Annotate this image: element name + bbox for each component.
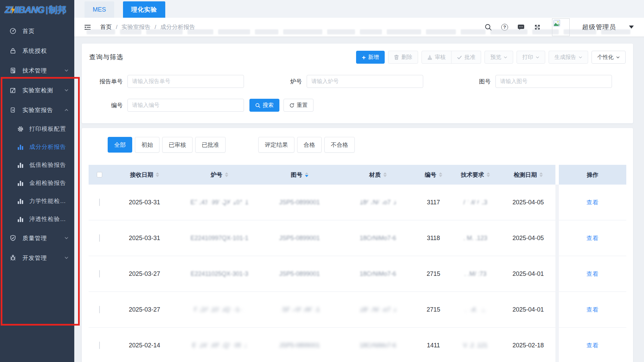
view-link[interactable]: 查看 — [586, 199, 599, 206]
row-checkbox[interactable] — [99, 234, 100, 242]
col-material[interactable]: 材质 — [339, 171, 417, 179]
tab-mes[interactable]: MES — [85, 1, 114, 18]
approve-button[interactable]: 批准 — [451, 51, 481, 64]
avatar[interactable] — [552, 18, 570, 36]
header-actions: ? 超级管理员 — [485, 18, 634, 36]
result-tab-fail[interactable]: 不合格 — [324, 137, 355, 153]
view-link[interactable]: 查看 — [586, 342, 599, 349]
report-no-input[interactable] — [127, 75, 244, 88]
sort-icon[interactable] — [225, 172, 228, 177]
table-row[interactable]: 2025-03-31 E22410995QX-101-1 JSP5-089900… — [89, 185, 626, 220]
search-icon[interactable] — [485, 23, 492, 31]
delete-button[interactable]: 删除 — [388, 51, 418, 64]
add-button[interactable]: + 新增 — [356, 51, 385, 64]
sidebar-item-composition-analysis-report[interactable]: 成分分析报告 — [0, 138, 74, 156]
bug-icon — [10, 254, 16, 261]
sort-icon[interactable] — [439, 172, 442, 177]
redacted-cell: JSP5-0899001 — [260, 306, 339, 313]
sidebar-item-system-auth[interactable]: 系统授权 — [0, 41, 74, 61]
sidebar-item-home[interactable]: 首页 — [0, 21, 74, 41]
sort-icon[interactable] — [487, 172, 490, 177]
app-window: ZHIBANG | 制邦 首页 系统授权 技术管理 — [0, 0, 644, 362]
personalize-dropdown-button[interactable]: 个性化 — [592, 51, 626, 64]
breadcrumb-current: 成分分析报告 — [160, 23, 195, 31]
print-dropdown-button[interactable]: 打印 — [517, 51, 545, 64]
sidebar-item-lab-testing[interactable]: 实验室检测 — [0, 80, 74, 100]
fullscreen-icon[interactable] — [534, 23, 541, 31]
status-tab-audited[interactable]: 已审核 — [162, 137, 193, 153]
number-input[interactable] — [127, 99, 244, 112]
redacted-cell: E22410051QX-05-2 — [179, 342, 260, 349]
drawing-no-label: 图号 — [457, 78, 495, 85]
chevron-down-icon — [579, 56, 582, 59]
redacted-cell: JSP5-0899001 — [260, 199, 339, 206]
preview-dropdown-button[interactable]: 预览 — [485, 51, 513, 64]
user-menu-caret-icon[interactable] — [629, 26, 634, 29]
col-test-date[interactable]: 检测日期 — [501, 171, 555, 179]
panel-title: 查询与筛选 — [89, 53, 123, 62]
sidebar-item-hardenability-report[interactable]: 淬透性检验… — [0, 210, 74, 228]
message-icon[interactable] — [517, 23, 525, 31]
view-link[interactable]: 查看 — [586, 271, 599, 277]
status-tab-initial[interactable]: 初始 — [135, 137, 159, 153]
table-row[interactable]: 2025-03-27 E22411025QX-301-3 JSP5-089900… — [89, 256, 626, 292]
bar-chart-icon — [17, 144, 24, 151]
row-checkbox[interactable] — [99, 270, 100, 278]
breadcrumb-parent[interactable]: 实验室报告 — [122, 23, 151, 31]
sort-icon[interactable] — [156, 172, 159, 177]
edit-icon — [10, 87, 16, 94]
view-link[interactable]: 查看 — [586, 235, 599, 241]
report-no-label: 报告单号 — [89, 78, 127, 85]
col-tech-req[interactable]: 技术要求 — [450, 171, 501, 179]
sort-icon[interactable] — [539, 172, 543, 177]
sidebar-item-label: 成分分析报告 — [29, 143, 69, 151]
sort-icon[interactable] — [383, 172, 387, 177]
help-icon[interactable]: ? — [501, 23, 508, 31]
select-all-checkbox[interactable] — [97, 172, 102, 177]
sidebar-item-label: 技术管理 — [22, 67, 64, 75]
sidebar-item-tech-management[interactable]: 技术管理 — [0, 61, 74, 80]
sidebar-item-lab-reports[interactable]: 实验室报告 — [0, 100, 74, 120]
stamp-icon — [427, 55, 432, 60]
search-button[interactable]: 搜索 — [249, 99, 279, 112]
tab-physchem-lab[interactable]: 理化实验 — [123, 1, 165, 18]
sidebar-item-label: 金相检验报告 — [29, 179, 69, 187]
redacted-cell: 18CrNiMo7-6 — [339, 306, 417, 313]
reset-button[interactable]: 重置 — [283, 99, 313, 112]
sidebar-item-dev-management[interactable]: 开发管理 — [0, 248, 74, 268]
user-name[interactable]: 超级管理员 — [582, 23, 616, 32]
sidebar-item-label: 开发管理 — [22, 254, 64, 262]
result-tab-rating[interactable]: 评定结果 — [258, 137, 294, 153]
bar-chart-icon — [17, 180, 24, 187]
result-tab-pass[interactable]: 合格 — [297, 137, 322, 153]
sidebar-item-mechanical-report[interactable]: 力学性能检… — [0, 192, 74, 210]
sidebar-item-quality-management[interactable]: 质量管理 — [0, 228, 74, 248]
generate-report-dropdown-button[interactable]: 生成报告 — [549, 51, 588, 64]
sort-icon-active[interactable] — [305, 172, 308, 177]
row-checkbox[interactable] — [99, 342, 100, 349]
audit-button[interactable]: 审核 — [421, 51, 451, 64]
redacted-cell: E22410995QX-101-1 — [179, 199, 260, 206]
collapse-sidebar-icon[interactable] — [84, 23, 91, 31]
view-link[interactable]: 查看 — [586, 306, 599, 313]
redacted-cell: 18CrNiMo7-6 — [339, 199, 417, 206]
drawing-no-input[interactable] — [495, 75, 612, 88]
row-checkbox[interactable] — [99, 306, 100, 313]
sidebar-item-print-template-config[interactable]: 打印模板配置 — [0, 120, 74, 138]
furnace-no-input[interactable] — [307, 75, 423, 88]
row-checkbox[interactable] — [99, 199, 100, 206]
status-tab-approved[interactable]: 已批准 — [195, 137, 226, 153]
table-row[interactable]: 2025-03-27 E22411025QX-1-1 JSP5-0899001 … — [89, 292, 626, 328]
sidebar-item-low-mag-report[interactable]: 低倍检验报告 — [0, 156, 74, 174]
status-tab-all[interactable]: 全部 — [108, 137, 132, 153]
sidebar-item-metallographic-report[interactable]: 金相检验报告 — [0, 174, 74, 192]
col-drawing-no[interactable]: 图号 — [260, 171, 339, 179]
col-furnace-no[interactable]: 炉号 — [179, 171, 260, 179]
breadcrumb-home[interactable]: 首页 — [100, 23, 112, 31]
table-row[interactable]: 2025-03-31 E22410997QX-101-1 JSP5-089900… — [89, 220, 626, 256]
col-number[interactable]: 编号 — [417, 171, 450, 179]
search-icon — [255, 103, 260, 108]
table-row[interactable]: 2025-02-14 E22410051QX-05-2 JSP5-0899001… — [89, 328, 626, 362]
col-receive-date[interactable]: 接收日期 — [110, 171, 179, 179]
toolbar: + 新增 删除 审核 — [356, 51, 626, 64]
